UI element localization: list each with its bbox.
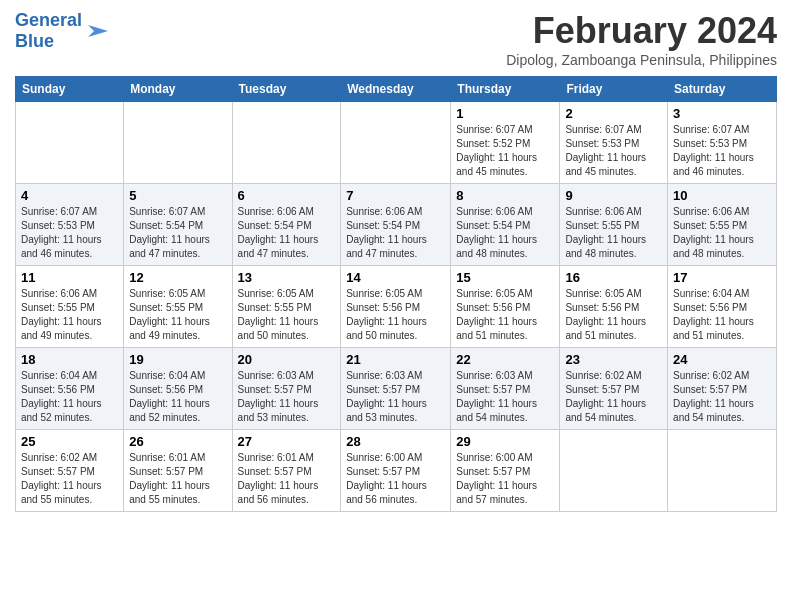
calendar-cell: 23Sunrise: 6:02 AMSunset: 5:57 PMDayligh… (560, 348, 668, 430)
day-number: 11 (21, 270, 118, 285)
col-thursday: Thursday (451, 77, 560, 102)
calendar-cell: 2Sunrise: 6:07 AMSunset: 5:53 PMDaylight… (560, 102, 668, 184)
day-info: Sunrise: 6:06 AMSunset: 5:55 PMDaylight:… (21, 287, 118, 343)
day-info: Sunrise: 6:04 AMSunset: 5:56 PMDaylight:… (21, 369, 118, 425)
svg-marker-0 (88, 25, 108, 37)
calendar-cell: 26Sunrise: 6:01 AMSunset: 5:57 PMDayligh… (124, 430, 232, 512)
day-info: Sunrise: 6:07 AMSunset: 5:53 PMDaylight:… (565, 123, 662, 179)
day-number: 1 (456, 106, 554, 121)
calendar-cell: 27Sunrise: 6:01 AMSunset: 5:57 PMDayligh… (232, 430, 341, 512)
day-number: 28 (346, 434, 445, 449)
calendar-cell (232, 102, 341, 184)
day-number: 2 (565, 106, 662, 121)
day-info: Sunrise: 6:07 AMSunset: 5:52 PMDaylight:… (456, 123, 554, 179)
calendar-table: Sunday Monday Tuesday Wednesday Thursday… (15, 76, 777, 512)
day-info: Sunrise: 6:07 AMSunset: 5:53 PMDaylight:… (21, 205, 118, 261)
col-sunday: Sunday (16, 77, 124, 102)
calendar-cell: 29Sunrise: 6:00 AMSunset: 5:57 PMDayligh… (451, 430, 560, 512)
calendar-week-1: 4Sunrise: 6:07 AMSunset: 5:53 PMDaylight… (16, 184, 777, 266)
day-info: Sunrise: 6:07 AMSunset: 5:53 PMDaylight:… (673, 123, 771, 179)
day-number: 23 (565, 352, 662, 367)
calendar-cell: 11Sunrise: 6:06 AMSunset: 5:55 PMDayligh… (16, 266, 124, 348)
calendar-cell: 17Sunrise: 6:04 AMSunset: 5:56 PMDayligh… (668, 266, 777, 348)
col-saturday: Saturday (668, 77, 777, 102)
day-info: Sunrise: 6:02 AMSunset: 5:57 PMDaylight:… (565, 369, 662, 425)
day-info: Sunrise: 6:03 AMSunset: 5:57 PMDaylight:… (238, 369, 336, 425)
day-number: 25 (21, 434, 118, 449)
day-number: 27 (238, 434, 336, 449)
col-friday: Friday (560, 77, 668, 102)
day-info: Sunrise: 6:05 AMSunset: 5:56 PMDaylight:… (346, 287, 445, 343)
day-info: Sunrise: 6:04 AMSunset: 5:56 PMDaylight:… (129, 369, 226, 425)
calendar-cell: 14Sunrise: 6:05 AMSunset: 5:56 PMDayligh… (341, 266, 451, 348)
day-number: 4 (21, 188, 118, 203)
day-info: Sunrise: 6:06 AMSunset: 5:54 PMDaylight:… (238, 205, 336, 261)
day-info: Sunrise: 6:04 AMSunset: 5:56 PMDaylight:… (673, 287, 771, 343)
page: General Blue February 2024 Dipolog, Zamb… (0, 0, 792, 522)
calendar-cell: 25Sunrise: 6:02 AMSunset: 5:57 PMDayligh… (16, 430, 124, 512)
day-number: 19 (129, 352, 226, 367)
col-tuesday: Tuesday (232, 77, 341, 102)
day-number: 26 (129, 434, 226, 449)
day-number: 15 (456, 270, 554, 285)
day-info: Sunrise: 6:05 AMSunset: 5:55 PMDaylight:… (238, 287, 336, 343)
calendar-cell: 19Sunrise: 6:04 AMSunset: 5:56 PMDayligh… (124, 348, 232, 430)
calendar-cell: 3Sunrise: 6:07 AMSunset: 5:53 PMDaylight… (668, 102, 777, 184)
calendar-cell: 6Sunrise: 6:06 AMSunset: 5:54 PMDaylight… (232, 184, 341, 266)
day-info: Sunrise: 6:05 AMSunset: 5:56 PMDaylight:… (565, 287, 662, 343)
header: General Blue February 2024 Dipolog, Zamb… (15, 10, 777, 68)
day-number: 12 (129, 270, 226, 285)
day-info: Sunrise: 6:06 AMSunset: 5:54 PMDaylight:… (346, 205, 445, 261)
day-info: Sunrise: 6:05 AMSunset: 5:56 PMDaylight:… (456, 287, 554, 343)
calendar-cell: 15Sunrise: 6:05 AMSunset: 5:56 PMDayligh… (451, 266, 560, 348)
day-number: 7 (346, 188, 445, 203)
day-info: Sunrise: 6:06 AMSunset: 5:55 PMDaylight:… (673, 205, 771, 261)
calendar-cell (124, 102, 232, 184)
day-info: Sunrise: 6:03 AMSunset: 5:57 PMDaylight:… (456, 369, 554, 425)
calendar-week-3: 18Sunrise: 6:04 AMSunset: 5:56 PMDayligh… (16, 348, 777, 430)
day-number: 10 (673, 188, 771, 203)
calendar-cell: 22Sunrise: 6:03 AMSunset: 5:57 PMDayligh… (451, 348, 560, 430)
day-number: 24 (673, 352, 771, 367)
logo-arrow-icon (84, 17, 112, 45)
calendar-cell: 21Sunrise: 6:03 AMSunset: 5:57 PMDayligh… (341, 348, 451, 430)
day-number: 29 (456, 434, 554, 449)
day-info: Sunrise: 6:00 AMSunset: 5:57 PMDaylight:… (346, 451, 445, 507)
day-number: 8 (456, 188, 554, 203)
calendar-cell: 4Sunrise: 6:07 AMSunset: 5:53 PMDaylight… (16, 184, 124, 266)
calendar-cell: 13Sunrise: 6:05 AMSunset: 5:55 PMDayligh… (232, 266, 341, 348)
calendar-cell: 24Sunrise: 6:02 AMSunset: 5:57 PMDayligh… (668, 348, 777, 430)
day-info: Sunrise: 6:06 AMSunset: 5:54 PMDaylight:… (456, 205, 554, 261)
day-number: 9 (565, 188, 662, 203)
calendar-cell (668, 430, 777, 512)
day-number: 3 (673, 106, 771, 121)
logo-line1: General (15, 10, 82, 31)
calendar-cell: 18Sunrise: 6:04 AMSunset: 5:56 PMDayligh… (16, 348, 124, 430)
day-number: 21 (346, 352, 445, 367)
col-wednesday: Wednesday (341, 77, 451, 102)
calendar-cell: 5Sunrise: 6:07 AMSunset: 5:54 PMDaylight… (124, 184, 232, 266)
day-info: Sunrise: 6:00 AMSunset: 5:57 PMDaylight:… (456, 451, 554, 507)
calendar-cell: 28Sunrise: 6:00 AMSunset: 5:57 PMDayligh… (341, 430, 451, 512)
calendar-cell: 12Sunrise: 6:05 AMSunset: 5:55 PMDayligh… (124, 266, 232, 348)
day-number: 6 (238, 188, 336, 203)
day-number: 17 (673, 270, 771, 285)
day-number: 22 (456, 352, 554, 367)
day-info: Sunrise: 6:01 AMSunset: 5:57 PMDaylight:… (129, 451, 226, 507)
day-number: 14 (346, 270, 445, 285)
day-number: 5 (129, 188, 226, 203)
calendar-cell: 20Sunrise: 6:03 AMSunset: 5:57 PMDayligh… (232, 348, 341, 430)
day-info: Sunrise: 6:02 AMSunset: 5:57 PMDaylight:… (673, 369, 771, 425)
logo: General Blue (15, 10, 112, 51)
calendar-cell (341, 102, 451, 184)
calendar-cell: 16Sunrise: 6:05 AMSunset: 5:56 PMDayligh… (560, 266, 668, 348)
header-row: Sunday Monday Tuesday Wednesday Thursday… (16, 77, 777, 102)
col-monday: Monday (124, 77, 232, 102)
month-title: February 2024 (506, 10, 777, 52)
calendar-week-0: 1Sunrise: 6:07 AMSunset: 5:52 PMDaylight… (16, 102, 777, 184)
calendar-cell: 7Sunrise: 6:06 AMSunset: 5:54 PMDaylight… (341, 184, 451, 266)
calendar-cell: 10Sunrise: 6:06 AMSunset: 5:55 PMDayligh… (668, 184, 777, 266)
day-number: 13 (238, 270, 336, 285)
calendar-cell (16, 102, 124, 184)
calendar-cell (560, 430, 668, 512)
